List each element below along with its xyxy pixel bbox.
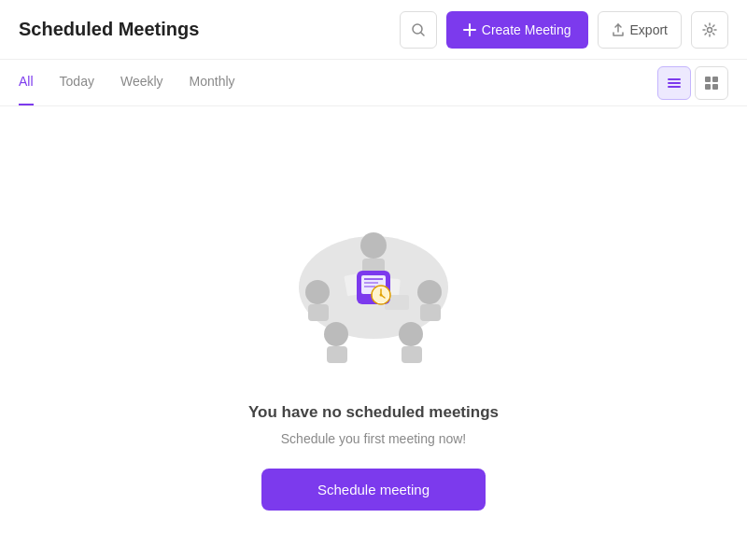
tab-all[interactable]: All [19, 60, 34, 105]
svg-rect-12 [308, 304, 329, 321]
tab-monthly[interactable]: Monthly [190, 60, 235, 105]
export-icon [612, 23, 625, 36]
empty-state-illustration [261, 157, 486, 381]
search-icon [411, 22, 426, 37]
list-view-button[interactable] [657, 66, 691, 100]
view-toggle [657, 66, 728, 100]
search-button[interactable] [400, 11, 437, 49]
svg-point-29 [380, 293, 383, 296]
svg-point-5 [708, 27, 712, 32]
svg-point-13 [417, 280, 442, 304]
svg-rect-18 [402, 346, 422, 363]
empty-title: You have no scheduled meetings [248, 403, 499, 422]
settings-button[interactable] [691, 11, 728, 49]
svg-point-17 [399, 322, 423, 346]
schedule-meeting-button[interactable]: Schedule meeting [261, 469, 486, 511]
plus-icon [463, 23, 476, 36]
grid-view-icon [705, 77, 718, 90]
svg-rect-16 [327, 346, 347, 363]
gear-icon [702, 22, 717, 37]
svg-point-9 [360, 232, 387, 259]
create-meeting-button[interactable]: Create Meeting [446, 11, 588, 49]
svg-line-1 [421, 33, 424, 35]
svg-point-15 [324, 322, 348, 346]
header-actions: Create Meeting Export [400, 11, 728, 49]
svg-point-11 [305, 280, 330, 304]
tab-today[interactable]: Today [60, 60, 94, 105]
tab-weekly[interactable]: Weekly [120, 60, 163, 105]
main-content: You have no scheduled meetings Schedule … [0, 106, 747, 560]
export-button[interactable]: Export [598, 11, 682, 49]
tabs-nav: All Today Weekly Monthly [19, 60, 235, 105]
empty-subtitle: Schedule you first meeting now! [281, 431, 466, 446]
svg-rect-14 [420, 304, 441, 321]
list-view-icon [668, 77, 681, 90]
tabs-row: All Today Weekly Monthly [0, 60, 747, 106]
header: Scheduled Meetings Create Meeting Export [0, 0, 747, 60]
page-title: Scheduled Meetings [19, 19, 199, 40]
grid-view-button[interactable] [695, 66, 728, 100]
